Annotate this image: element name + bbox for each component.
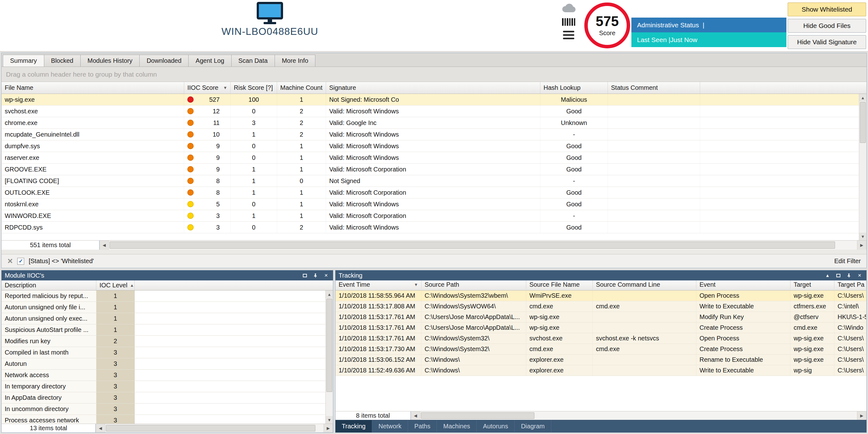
show-whitelisted-button[interactable]: Show Whitelisted: [788, 2, 866, 16]
maximize-icon[interactable]: [834, 272, 842, 279]
tracking-tab-diagram[interactable]: Diagram: [515, 420, 551, 432]
file-row[interactable]: mcupdate_GenuineIntel.dll1012Valid: Micr…: [2, 129, 859, 140]
machine-count-cell: 1: [277, 199, 326, 210]
column-header-signature[interactable]: Signature: [326, 82, 540, 94]
scroll-left-icon[interactable]: ◀: [99, 240, 109, 250]
collapse-icon[interactable]: ▲: [824, 272, 831, 279]
scroll-left-icon[interactable]: ◀: [96, 424, 105, 432]
tracking-row[interactable]: 1/10/2018 11:53:17.808 AMC:\Windows\SysW…: [336, 301, 866, 312]
hide-good-files-button[interactable]: Hide Good Files: [788, 19, 866, 33]
filter-enabled-checkbox[interactable]: ✓: [17, 258, 24, 265]
file-row[interactable]: wp-sig.exe5271001Not Signed: Microsoft C…: [2, 94, 859, 106]
file-row[interactable]: chrome.exe1132Valid: Google IncUnknown: [2, 117, 859, 129]
scroll-up-icon[interactable]: ▲: [326, 290, 333, 298]
edit-filter-link[interactable]: Edit Filter: [834, 258, 861, 265]
column-header-description[interactable]: Description: [2, 281, 96, 290]
scroll-down-icon[interactable]: ▼: [326, 416, 333, 424]
scroll-thumb[interactable]: [421, 412, 534, 419]
column-header-hash-lookup[interactable]: Hash Lookup: [540, 82, 608, 94]
column-header-event[interactable]: Event: [696, 281, 790, 289]
column-header-file-name[interactable]: File Name: [2, 82, 184, 94]
header-filler: [336, 289, 422, 290]
close-icon[interactable]: ✕: [856, 272, 863, 279]
vertical-scrollbar[interactable]: ▲ ▼: [859, 94, 866, 240]
iioc-row[interactable]: Compiled in last month3: [2, 347, 326, 358]
iioc-row[interactable]: Suspicious AutoStart profile ...1: [2, 324, 326, 336]
column-header-target[interactable]: Target: [790, 281, 834, 289]
column-header-target-pa[interactable]: Target Pa: [834, 281, 866, 289]
vertical-scrollbar[interactable]: ▲ ▼: [326, 290, 333, 424]
file-row[interactable]: OUTLOOK.EXE811Valid: Microsoft Corporati…: [2, 187, 859, 199]
column-header-iioc-score[interactable]: IIOC Score▼: [184, 82, 231, 94]
tab-modules-history[interactable]: Modules History: [80, 55, 140, 66]
tracking-row[interactable]: 1/10/2018 11:53:17.761 AMC:\Users\Jose M…: [336, 312, 866, 322]
iioc-row[interactable]: In temporary directory3: [2, 381, 326, 392]
file-row[interactable]: ntoskrnl.exe501Valid: Microsoft WindowsG…: [2, 199, 859, 210]
hide-valid-signature-button[interactable]: Hide Valid Signature: [788, 35, 866, 49]
scroll-right-icon[interactable]: ▶: [857, 240, 866, 250]
column-header-source-command-line[interactable]: Source Command Line: [593, 281, 696, 289]
tracking-tab-machines[interactable]: Machines: [437, 420, 477, 432]
source-path-cell: C:\Windows\: [422, 354, 526, 365]
tracking-row[interactable]: 1/10/2018 11:53:17.761 AMC:\Users\Jose M…: [336, 322, 866, 333]
tracking-row[interactable]: 1/10/2018 11:52:49.636 AMC:\Windows\expl…: [336, 365, 866, 376]
iioc-row[interactable]: Autorun3: [2, 358, 326, 370]
tab-blocked[interactable]: Blocked: [44, 55, 81, 66]
horizontal-scrollbar[interactable]: [420, 411, 857, 420]
maximize-icon[interactable]: [301, 272, 308, 279]
scroll-right-icon[interactable]: ▶: [323, 424, 333, 432]
scroll-down-icon[interactable]: ▼: [859, 233, 866, 240]
tab-summary[interactable]: Summary: [3, 55, 44, 66]
tracking-row[interactable]: 1/10/2018 11:53:06.152 AMC:\Windows\expl…: [336, 354, 866, 365]
file-row[interactable]: GROOVE.EXE911Valid: Microsoft Corporatio…: [2, 164, 859, 175]
iioc-row[interactable]: Autorun unsigned only file i...1: [2, 302, 326, 313]
column-header-status-comment[interactable]: Status Comment: [608, 82, 700, 94]
ioc-level-cell: 3: [96, 381, 135, 392]
iioc-row[interactable]: Network access3: [2, 370, 326, 381]
column-header-machine-count[interactable]: Machine Count: [277, 82, 326, 94]
tracking-tab-network[interactable]: Network: [372, 420, 408, 432]
close-icon[interactable]: ✕: [322, 272, 330, 279]
scroll-thumb[interactable]: [860, 102, 866, 143]
horizontal-scrollbar[interactable]: [105, 424, 323, 432]
tracking-row[interactable]: 1/10/2018 11:53:17.761 AMC:\Windows\Syst…: [336, 333, 866, 344]
tab-downloaded[interactable]: Downloaded: [140, 55, 189, 66]
iioc-row[interactable]: Modifies run key2: [2, 336, 326, 347]
tracking-panel: Tracking ▲ ✕ Event Time▼Source PathSourc…: [335, 270, 867, 433]
tracking-tab-paths[interactable]: Paths: [408, 420, 437, 432]
group-by-bar[interactable]: Drag a column header here to group by th…: [2, 67, 866, 82]
tracking-tab-autoruns[interactable]: Autoruns: [477, 420, 515, 432]
menu-icon[interactable]: [563, 31, 574, 39]
iioc-row[interactable]: Reported malicious by reput...1: [2, 290, 326, 302]
tab-scan-data[interactable]: Scan Data: [231, 55, 275, 66]
iioc-row[interactable]: In AppData directory3: [2, 392, 326, 404]
file-row[interactable]: [FLOATING CODE]810Not Signed-: [2, 175, 859, 187]
scroll-up-icon[interactable]: ▲: [859, 94, 866, 102]
tab-agent-log[interactable]: Agent Log: [188, 55, 231, 66]
file-row[interactable]: RDPCDD.sys302Valid: Microsoft WindowsGoo…: [2, 222, 859, 233]
column-header-ioc-level[interactable]: IOC Level▲: [96, 281, 135, 290]
column-header-source-path[interactable]: Source Path: [422, 281, 526, 289]
scroll-thumb[interactable]: [327, 299, 332, 392]
file-row[interactable]: raserver.exe901Valid: Microsoft WindowsG…: [2, 152, 859, 164]
tracking-tab-tracking[interactable]: Tracking: [336, 420, 372, 432]
scroll-left-icon[interactable]: ◀: [411, 411, 420, 420]
column-header-source-file-name[interactable]: Source File Name: [526, 281, 593, 289]
pin-icon[interactable]: [312, 272, 319, 279]
file-row[interactable]: svchost.exe1202Valid: Microsoft WindowsG…: [2, 106, 859, 117]
scroll-thumb[interactable]: [110, 241, 835, 249]
column-header-event-time[interactable]: Event Time▼: [336, 281, 422, 289]
scroll-thumb[interactable]: [106, 425, 315, 432]
tab-more-info[interactable]: More Info: [275, 55, 315, 66]
tracking-row[interactable]: 1/10/2018 11:53:17.730 AMC:\Windows\Syst…: [336, 344, 866, 354]
column-header-risk-score[interactable]: Risk Score [?]: [231, 82, 277, 94]
pin-icon[interactable]: [845, 272, 852, 279]
scroll-right-icon[interactable]: ▶: [857, 411, 866, 420]
iioc-row[interactable]: Autorun unsigned only exec...1: [2, 313, 326, 324]
file-row[interactable]: dumpfve.sys901Valid: Microsoft WindowsGo…: [2, 140, 859, 152]
iioc-row[interactable]: In uncommon directory3: [2, 404, 326, 415]
tracking-row[interactable]: 1/10/2018 11:58:55.964 AMC:\Windows\Syst…: [336, 290, 866, 301]
file-row[interactable]: WINWORD.EXE311Valid: Microsoft Corporati…: [2, 210, 859, 222]
horizontal-scrollbar[interactable]: [109, 240, 857, 250]
remove-filter-icon[interactable]: ✕: [7, 258, 13, 265]
